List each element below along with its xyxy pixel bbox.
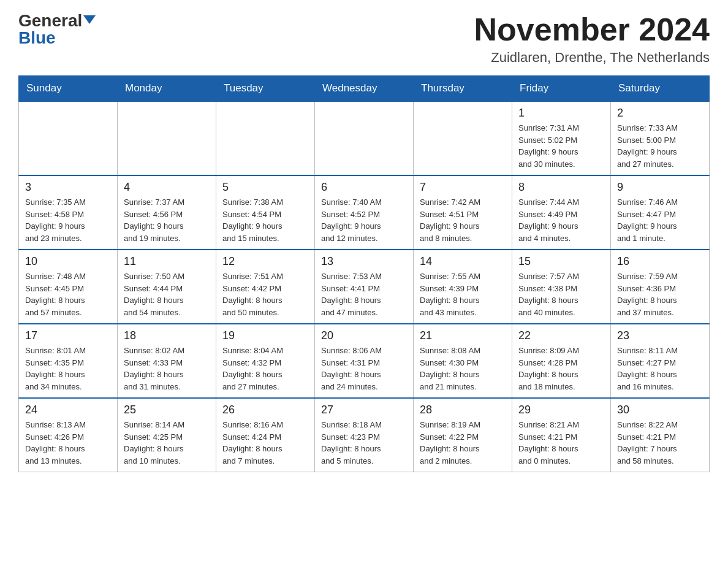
day-number: 17 (25, 329, 111, 342)
calendar-cell: 6Sunrise: 7:40 AM Sunset: 4:52 PM Daylig… (315, 175, 414, 250)
calendar-cell: 28Sunrise: 8:19 AM Sunset: 4:22 PM Dayli… (414, 398, 512, 472)
calendar-cell: 1Sunrise: 7:31 AM Sunset: 5:02 PM Daylig… (512, 101, 611, 175)
day-number: 23 (617, 329, 703, 342)
calendar-cell: 16Sunrise: 7:59 AM Sunset: 4:36 PM Dayli… (611, 250, 710, 324)
calendar-cell: 10Sunrise: 7:48 AM Sunset: 4:45 PM Dayli… (19, 250, 118, 324)
calendar-cell (414, 101, 512, 175)
calendar-cell: 9Sunrise: 7:46 AM Sunset: 4:47 PM Daylig… (611, 175, 710, 250)
day-info: Sunrise: 8:22 AM Sunset: 4:21 PM Dayligh… (617, 419, 703, 467)
calendar-week-row: 3Sunrise: 7:35 AM Sunset: 4:58 PM Daylig… (19, 175, 710, 250)
day-number: 18 (124, 329, 210, 342)
month-title: November 2024 (474, 12, 710, 47)
calendar-cell: 30Sunrise: 8:22 AM Sunset: 4:21 PM Dayli… (611, 398, 710, 472)
day-number: 16 (617, 255, 703, 268)
calendar-week-row: 17Sunrise: 8:01 AM Sunset: 4:35 PM Dayli… (19, 324, 710, 398)
day-number: 21 (420, 329, 506, 342)
day-info: Sunrise: 8:06 AM Sunset: 4:31 PM Dayligh… (321, 345, 407, 393)
calendar-cell: 20Sunrise: 8:06 AM Sunset: 4:31 PM Dayli… (315, 324, 414, 398)
day-number: 1 (518, 107, 604, 120)
weekday-header-friday: Friday (512, 76, 611, 102)
day-info: Sunrise: 8:16 AM Sunset: 4:24 PM Dayligh… (222, 419, 308, 467)
day-info: Sunrise: 8:01 AM Sunset: 4:35 PM Dayligh… (25, 345, 111, 393)
day-number: 27 (321, 404, 407, 416)
calendar-cell: 8Sunrise: 7:44 AM Sunset: 4:49 PM Daylig… (512, 175, 611, 250)
calendar-cell: 21Sunrise: 8:08 AM Sunset: 4:30 PM Dayli… (414, 324, 512, 398)
weekday-header-tuesday: Tuesday (216, 76, 315, 102)
day-info: Sunrise: 7:51 AM Sunset: 4:42 PM Dayligh… (222, 270, 308, 318)
calendar-cell (118, 101, 216, 175)
day-info: Sunrise: 7:40 AM Sunset: 4:52 PM Dayligh… (321, 196, 407, 244)
day-number: 11 (124, 255, 210, 268)
weekday-header-saturday: Saturday (611, 76, 710, 102)
weekday-header-monday: Monday (118, 76, 216, 102)
calendar-cell: 23Sunrise: 8:11 AM Sunset: 4:27 PM Dayli… (611, 324, 710, 398)
day-number: 20 (321, 329, 407, 342)
calendar-cell (19, 101, 118, 175)
day-number: 13 (321, 255, 407, 268)
day-number: 29 (518, 404, 604, 416)
day-number: 30 (617, 404, 703, 416)
day-number: 8 (518, 181, 604, 194)
calendar-week-row: 10Sunrise: 7:48 AM Sunset: 4:45 PM Dayli… (19, 250, 710, 324)
day-number: 15 (518, 255, 604, 268)
day-info: Sunrise: 7:37 AM Sunset: 4:56 PM Dayligh… (124, 196, 210, 244)
day-number: 12 (222, 255, 308, 268)
day-info: Sunrise: 8:21 AM Sunset: 4:21 PM Dayligh… (518, 419, 604, 467)
day-info: Sunrise: 7:31 AM Sunset: 5:02 PM Dayligh… (518, 122, 604, 170)
weekday-header-thursday: Thursday (414, 76, 512, 102)
day-info: Sunrise: 7:53 AM Sunset: 4:41 PM Dayligh… (321, 270, 407, 318)
day-number: 22 (518, 329, 604, 342)
calendar-cell (315, 101, 414, 175)
calendar-cell (216, 101, 315, 175)
calendar-cell: 11Sunrise: 7:50 AM Sunset: 4:44 PM Dayli… (118, 250, 216, 324)
day-info: Sunrise: 8:09 AM Sunset: 4:28 PM Dayligh… (518, 345, 604, 393)
location-subtitle: Zuidlaren, Drenthe, The Netherlands (474, 50, 710, 66)
calendar-week-row: 24Sunrise: 8:13 AM Sunset: 4:26 PM Dayli… (19, 398, 710, 472)
calendar-cell: 26Sunrise: 8:16 AM Sunset: 4:24 PM Dayli… (216, 398, 315, 472)
logo-general-text: General (18, 12, 82, 29)
calendar-cell: 29Sunrise: 8:21 AM Sunset: 4:21 PM Dayli… (512, 398, 611, 472)
calendar-cell: 22Sunrise: 8:09 AM Sunset: 4:28 PM Dayli… (512, 324, 611, 398)
calendar-cell: 17Sunrise: 8:01 AM Sunset: 4:35 PM Dayli… (19, 324, 118, 398)
calendar-cell: 27Sunrise: 8:18 AM Sunset: 4:23 PM Dayli… (315, 398, 414, 472)
day-info: Sunrise: 7:57 AM Sunset: 4:38 PM Dayligh… (518, 270, 604, 318)
day-number: 14 (420, 255, 506, 268)
calendar-cell: 7Sunrise: 7:42 AM Sunset: 4:51 PM Daylig… (414, 175, 512, 250)
day-number: 19 (222, 329, 308, 342)
day-number: 26 (222, 404, 308, 416)
day-number: 9 (617, 181, 703, 194)
title-area: November 2024 Zuidlaren, Drenthe, The Ne… (474, 12, 710, 66)
calendar-table: SundayMondayTuesdayWednesdayThursdayFrid… (18, 75, 710, 472)
day-info: Sunrise: 7:55 AM Sunset: 4:39 PM Dayligh… (420, 270, 506, 318)
calendar-cell: 24Sunrise: 8:13 AM Sunset: 4:26 PM Dayli… (19, 398, 118, 472)
calendar-cell: 25Sunrise: 8:14 AM Sunset: 4:25 PM Dayli… (118, 398, 216, 472)
header: General Blue November 2024 Zuidlaren, Dr… (18, 12, 710, 66)
day-info: Sunrise: 8:04 AM Sunset: 4:32 PM Dayligh… (222, 345, 308, 393)
day-info: Sunrise: 7:59 AM Sunset: 4:36 PM Dayligh… (617, 270, 703, 318)
day-info: Sunrise: 8:11 AM Sunset: 4:27 PM Dayligh… (617, 345, 703, 393)
weekday-header-wednesday: Wednesday (315, 76, 414, 102)
calendar-cell: 12Sunrise: 7:51 AM Sunset: 4:42 PM Dayli… (216, 250, 315, 324)
day-info: Sunrise: 8:08 AM Sunset: 4:30 PM Dayligh… (420, 345, 506, 393)
calendar-cell: 14Sunrise: 7:55 AM Sunset: 4:39 PM Dayli… (414, 250, 512, 324)
calendar-cell: 13Sunrise: 7:53 AM Sunset: 4:41 PM Dayli… (315, 250, 414, 324)
calendar-cell: 4Sunrise: 7:37 AM Sunset: 4:56 PM Daylig… (118, 175, 216, 250)
day-number: 4 (124, 181, 210, 194)
logo-triangle-icon (83, 15, 96, 24)
calendar-cell: 15Sunrise: 7:57 AM Sunset: 4:38 PM Dayli… (512, 250, 611, 324)
day-number: 7 (420, 181, 506, 194)
day-number: 2 (617, 107, 703, 120)
day-number: 5 (222, 181, 308, 194)
weekday-header-sunday: Sunday (19, 76, 118, 102)
day-info: Sunrise: 8:02 AM Sunset: 4:33 PM Dayligh… (124, 345, 210, 393)
logo: General Blue (18, 12, 96, 47)
calendar-cell: 5Sunrise: 7:38 AM Sunset: 4:54 PM Daylig… (216, 175, 315, 250)
calendar-cell: 2Sunrise: 7:33 AM Sunset: 5:00 PM Daylig… (611, 101, 710, 175)
calendar-cell: 3Sunrise: 7:35 AM Sunset: 4:58 PM Daylig… (19, 175, 118, 250)
calendar-cell: 18Sunrise: 8:02 AM Sunset: 4:33 PM Dayli… (118, 324, 216, 398)
day-info: Sunrise: 7:50 AM Sunset: 4:44 PM Dayligh… (124, 270, 210, 318)
day-info: Sunrise: 8:13 AM Sunset: 4:26 PM Dayligh… (25, 419, 111, 467)
day-number: 3 (25, 181, 111, 194)
day-info: Sunrise: 7:33 AM Sunset: 5:00 PM Dayligh… (617, 122, 703, 170)
day-number: 10 (25, 255, 111, 268)
